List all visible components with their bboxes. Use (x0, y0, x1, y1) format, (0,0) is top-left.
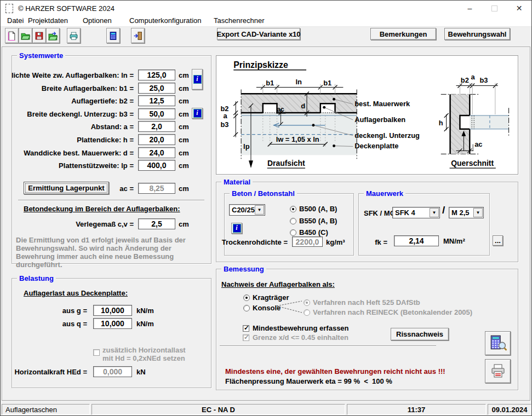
ln-label: lichte Weite zw. Auflagerbalken: ln = (12, 71, 134, 79)
belastung-title: Belastung (17, 274, 56, 282)
menu-datei[interactable]: Datei (7, 16, 24, 25)
horizontallast-checkbox (93, 349, 100, 356)
h-label: Plattendicke: h = (77, 136, 134, 144)
calculator-toolbar-button[interactable] (106, 28, 120, 43)
ac-field: 8,25 (138, 183, 175, 194)
menu-optionen[interactable]: Optionen (83, 16, 112, 25)
minimize-button[interactable]: – (457, 1, 482, 16)
mindestbewehrung-checkbox[interactable]: ✓ (243, 325, 249, 332)
export-cad-button[interactable]: Export CAD-Variante x10 (217, 28, 300, 40)
sfk-mg-slash: / (442, 204, 445, 216)
radio-b550[interactable] (290, 218, 296, 224)
aus-q-unit: kN/m (136, 320, 154, 328)
fk-field[interactable]: 2,14 (394, 235, 439, 246)
radio-b450[interactable] (290, 229, 296, 236)
trockenrohdichte-label: Trockenrohdichte = (222, 238, 288, 246)
calculate-button[interactable] (485, 331, 511, 355)
save-as-button[interactable] (46, 28, 60, 43)
menu-projektdaten[interactable]: Projektdaten (28, 16, 68, 25)
verfahren-525-label: Verfahren nach Heft 525 DAfStb (313, 298, 420, 307)
mg-select[interactable]: M 2,5 ▼ (449, 207, 484, 218)
concrete-class-select[interactable]: C20/25 ▼ (229, 204, 265, 216)
app-icon (5, 4, 13, 13)
systemwerte-separator (18, 200, 204, 201)
info-icon: i (193, 109, 202, 118)
ac-label: ac = (119, 184, 134, 193)
b1-field[interactable]: 25,0 (138, 83, 175, 94)
skizze-title: Prinzipskizze (233, 60, 288, 70)
save-floppy-icon (35, 31, 44, 41)
lp-label: Plattenstützweite: lp = (59, 161, 134, 170)
dim-b1-left: b1 (266, 79, 274, 87)
ln-field[interactable]: 125,0 (138, 70, 175, 80)
aus-q-field[interactable]: 10,000 (93, 318, 132, 329)
a-unit: cm (179, 123, 189, 131)
maximize-button (482, 1, 507, 16)
menu-computerkonfiguration[interactable]: Computerkonfiguration (129, 16, 202, 25)
chevron-down-icon[interactable]: ▼ (430, 208, 439, 217)
menu-taschenrechner[interactable]: Taschenrechner (214, 16, 265, 25)
hed-unit: kN (136, 368, 146, 376)
save-button[interactable] (32, 28, 46, 43)
chevron-down-icon[interactable]: ▼ (473, 208, 483, 217)
verfahren-reineck-label: Verfahren nach REINECK (Betonkalender 20… (313, 308, 472, 316)
print-report-button[interactable] (485, 359, 511, 383)
sfk-value: SFK 4 (395, 209, 415, 217)
b2-field[interactable]: 12,5 (138, 95, 175, 106)
b450-label: B450 (C) (299, 228, 328, 236)
statusbar-module: Auflagertaschen (2, 404, 90, 415)
open-folder-icon (21, 31, 30, 41)
radio-konsole[interactable] (243, 305, 250, 311)
print-toolbar-button[interactable] (67, 28, 81, 43)
radio-kragtraeger[interactable] (243, 294, 250, 301)
aus-g-field[interactable]: 10,000 (93, 305, 132, 316)
info-icon: i (233, 224, 241, 233)
b3-field[interactable]: 50,0 (138, 108, 175, 119)
print-icon (489, 363, 507, 379)
rissnachweis-button[interactable]: Rissnachweis (391, 328, 449, 340)
verlegemass-field[interactable]: 2,5 (138, 218, 175, 229)
fk-more-button[interactable]: ... (493, 235, 503, 246)
info-icon: i (193, 75, 202, 84)
b500-label: B500 (A, B) (299, 205, 337, 213)
chevron-down-icon[interactable]: ▼ (255, 205, 264, 215)
hed-field: 0,000 (93, 366, 132, 377)
a-field[interactable]: 2,0 (138, 121, 175, 132)
lp-unit: cm (179, 161, 189, 170)
d-field[interactable]: 24,0 (138, 147, 175, 158)
bemerkungen-button[interactable]: Bemerkungen (370, 28, 436, 40)
bewehrungswahl-button[interactable]: Bewehrungswahl (444, 28, 510, 40)
systemwerte-note: Die Ermittlung von d1 erfolgt jeweils au… (16, 236, 209, 269)
open-file-button[interactable] (19, 28, 32, 43)
sfk-select[interactable]: SFK 4 ▼ (392, 207, 440, 218)
ermittlung-lagerpunkt-button[interactable]: Ermittlung Lagerpunkt (24, 182, 109, 194)
lp-field[interactable]: 400,0 (138, 160, 175, 171)
callout-auflagerbalken: Auflagerbalken (354, 115, 405, 124)
d-label: Wanddicke best. Mauerwerk: d = (24, 149, 134, 157)
horizontallast-label-line1: zusätzlich Horizontallast (102, 346, 186, 354)
bemessung-separator (220, 345, 436, 346)
dim-a-section: a (471, 73, 476, 81)
result-text: Flächenpressung Mauerwerk eta = 99 % < 1… (225, 377, 392, 385)
dim-lp: lp (243, 142, 250, 151)
verlegemass-unit: cm (179, 220, 189, 228)
radio-b500[interactable] (290, 206, 296, 212)
auflagerlast-heading: Auflagerlast aus Deckenplatte: (24, 289, 128, 297)
aus-g-unit: kN/m (136, 307, 154, 315)
maximize-icon (491, 5, 497, 11)
info-ln-button[interactable]: i (192, 69, 203, 90)
dim-lw: lw = 1,05 x ln (276, 135, 319, 143)
concrete-class-value: C20/25 (232, 206, 255, 214)
exit-button[interactable] (131, 28, 145, 43)
dim-b3-section: b3 (480, 76, 488, 84)
info-b3-button[interactable]: i (192, 108, 203, 119)
d-unit: cm (179, 149, 189, 157)
mindestbewehrung-label: Mindestbewehrung erfassen (253, 324, 349, 332)
close-button[interactable]: ✕ (507, 1, 531, 16)
info-beton-button[interactable]: i (231, 223, 242, 234)
new-file-button[interactable] (5, 28, 19, 43)
horizontallast-label-line2: mit Hd = 0,2xNEd setzen (102, 354, 185, 362)
radio-verfahren-525 (304, 299, 310, 306)
grenze-checkbox: ✓ (243, 334, 249, 341)
h-field[interactable]: 20,0 (138, 134, 175, 145)
